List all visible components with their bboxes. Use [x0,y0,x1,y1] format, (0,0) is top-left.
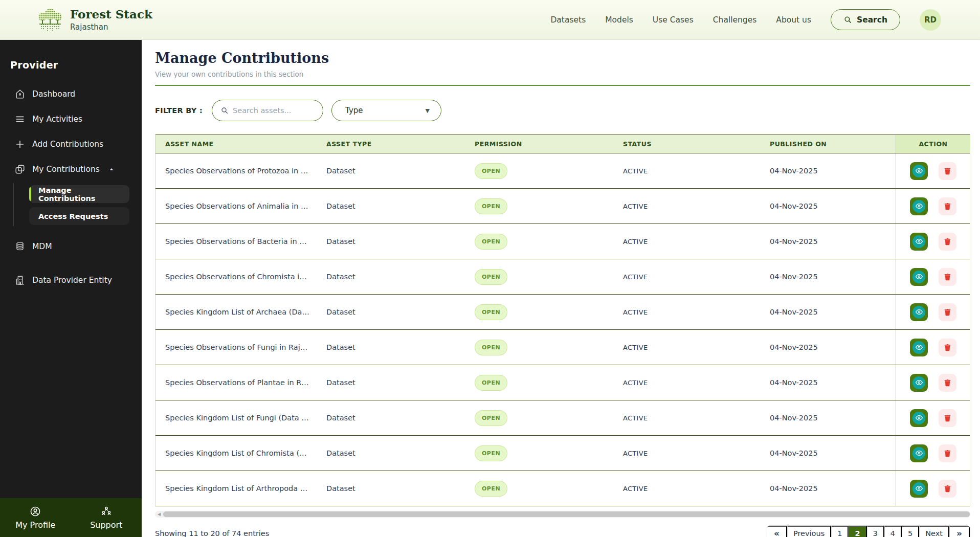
pagination-page-3[interactable]: 3 [867,526,884,537]
asset-name-cell[interactable]: Species Kingdom List of Chromista (… [155,436,317,471]
view-button[interactable] [910,233,928,251]
asset-name-cell[interactable]: Species Kingdom List of Archaea (Da… [155,295,317,329]
view-button[interactable] [910,480,928,498]
caret-up-icon [108,166,115,173]
sidebar-footer-support[interactable]: Support [71,505,142,530]
horizontal-scrollbar[interactable]: ◀ [155,511,970,518]
sidebar-item-label: My Activities [32,115,82,124]
delete-button[interactable] [939,162,956,180]
permission-badge: OPEN [475,410,507,426]
asset-name-cell[interactable]: Species Observations of Bacteria in … [155,224,317,259]
permission-cell: OPEN [465,471,613,506]
sidebar-item-label: Dashboard [32,90,75,99]
search-icon [843,15,852,24]
nav-models[interactable]: Models [605,15,633,25]
asset-search-input[interactable] [233,106,309,115]
action-cell [896,189,970,223]
table-row: Species Observations of Chromista i… Dat… [155,259,970,295]
status-cell: ACTIVE [613,365,760,400]
avatar[interactable]: RD [920,9,941,31]
asset-name-cell[interactable]: Species Observations of Fungi in Raj… [155,330,317,365]
sidebar-item-add-contributions[interactable]: Add Contributions [0,137,142,151]
status-cell: ACTIVE [613,400,760,435]
pagination-previous[interactable]: Previous [787,526,831,537]
view-button[interactable] [910,303,928,321]
building-icon [14,275,26,286]
trash-icon [943,237,952,246]
asset-name-cell[interactable]: Species Observations of Protozoa in … [155,153,317,188]
trash-icon [943,449,952,458]
delete-button[interactable] [939,444,956,462]
delete-button[interactable] [939,197,956,215]
status-cell: ACTIVE [613,189,760,223]
asset-name-cell[interactable]: Species Kingdom List of Arthropoda … [155,471,317,506]
sidebar-item-data-provider-entity[interactable]: Data Provider Entity [0,273,142,287]
delete-button[interactable] [939,339,956,356]
sidebar-item-mdm[interactable]: MDM [0,239,142,254]
pagination-page-5[interactable]: 5 [902,526,919,537]
view-button[interactable] [910,374,928,392]
asset-name-cell[interactable]: Species Observations of Animalia in … [155,189,317,223]
view-button[interactable] [910,409,928,427]
status-cell: ACTIVE [613,295,760,329]
view-button[interactable] [910,162,928,180]
asset-type-cell: Dataset [317,259,465,294]
sidebar-footer: My ProfileSupport [0,498,142,537]
delete-button[interactable] [939,268,956,286]
table-header-row: ASSET NAMEASSET TYPEPERMISSIONSTATUSPUBL… [155,135,970,153]
pagination-next[interactable]: Next [919,526,949,537]
sidebar-footer-my-profile[interactable]: My Profile [0,505,71,530]
scrollbar-thumb[interactable] [163,511,970,517]
search-button[interactable]: Search [831,9,900,30]
scrollbar-left-arrow[interactable]: ◀ [155,512,163,517]
sidebar-item-label: Data Provider Entity [32,276,112,285]
chevron-down-icon: ▼ [426,107,430,114]
pagination-page-2[interactable]: 2 [849,526,866,537]
permission-cell: OPEN [465,153,613,188]
brand[interactable]: Forest Stack Rajasthan [37,7,152,33]
delete-button[interactable] [939,480,956,498]
nav-use-cases[interactable]: Use Cases [653,15,694,25]
sidebar-item-dashboard[interactable]: Dashboard [0,87,142,101]
view-button[interactable] [910,268,928,286]
delete-button[interactable] [939,374,956,392]
table-row: Species Observations of Protozoa in … Da… [155,153,970,189]
action-cell [896,330,970,365]
action-cell [896,471,970,506]
pagination-page-4[interactable]: 4 [884,526,902,537]
eye-icon [912,376,925,389]
pagination-first[interactable]: « [767,526,787,537]
nav-about-us[interactable]: About us [776,15,811,25]
asset-name-cell[interactable]: Species Observations of Plantae in R… [155,365,317,400]
pagination-page-1[interactable]: 1 [831,526,849,537]
view-button[interactable] [910,339,928,356]
asset-type-cell: Dataset [317,189,465,223]
asset-name-cell[interactable]: Species Observations of Chromista i… [155,259,317,294]
sidebar-item-my-contributions[interactable]: My Contributions [0,162,142,176]
column-header-permission: PERMISSION [465,135,613,153]
delete-button[interactable] [939,303,956,321]
nav-challenges[interactable]: Challenges [713,15,757,25]
table-footer: Showing 11 to 20 of 74 entries «Previous… [155,525,970,537]
sidebar-subitem-manage-contributions[interactable]: Manage Contributions [29,185,129,203]
published-on-cell: 04-Nov-2025 [760,471,896,506]
delete-button[interactable] [939,409,956,427]
asset-name-cell[interactable]: Species Kingdom List of Fungi (Data … [155,400,317,435]
sidebar-item-my-activities[interactable]: My Activities [0,112,142,126]
published-on-cell: 04-Nov-2025 [760,189,896,223]
type-dropdown[interactable]: Type ▼ [331,100,441,121]
eye-icon [912,341,925,354]
pagination-last[interactable]: » [949,526,970,537]
database-icon [14,241,26,252]
view-button[interactable] [910,197,928,215]
nav-datasets[interactable]: Datasets [550,15,586,25]
table-row: Species Observations of Bacteria in … Da… [155,224,970,259]
published-on-cell: 04-Nov-2025 [760,224,896,259]
view-button[interactable] [910,444,928,462]
published-on-cell: 04-Nov-2025 [760,330,896,365]
sidebar-subitem-access-requests[interactable]: Access Requests [29,207,129,225]
delete-button[interactable] [939,233,956,251]
action-cell [896,224,970,259]
table-row: Species Kingdom List of Chromista (… Dat… [155,436,970,471]
user-circle-icon [29,505,41,518]
